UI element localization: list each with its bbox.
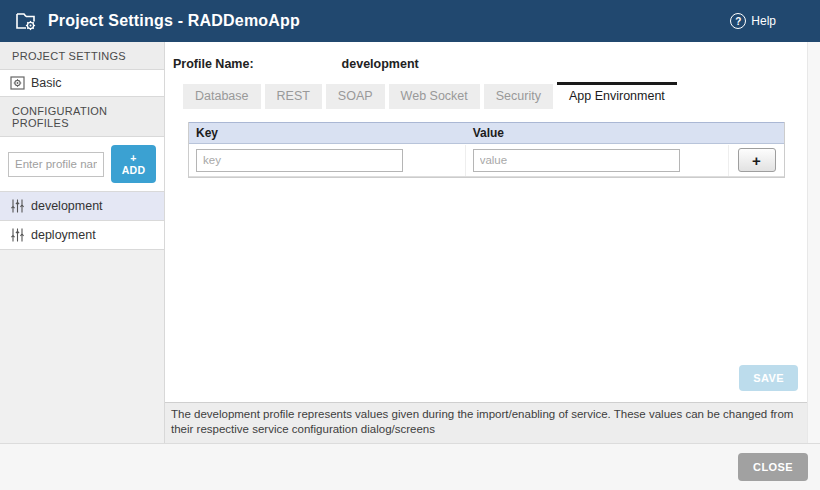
dialog-body: PROJECT SETTINGS Basic CONFIGURATION PR	[0, 42, 820, 443]
project-settings-icon	[14, 10, 38, 32]
panel-edge	[807, 42, 820, 443]
dialog-footer: CLOSE	[0, 443, 820, 490]
basic-settings-icon	[10, 76, 25, 90]
value-cell	[466, 145, 729, 176]
page-title: Project Settings - RADDemoApp	[48, 12, 300, 30]
tab-web-socket[interactable]: Web Socket	[389, 84, 480, 109]
help-button[interactable]: ? Help	[730, 13, 776, 29]
add-profile-button[interactable]: + ADD	[111, 145, 156, 183]
add-profile-row: + ADD	[0, 137, 164, 192]
tab-database[interactable]: Database	[183, 84, 261, 109]
help-label: Help	[751, 14, 776, 28]
tab-soap[interactable]: SOAP	[326, 84, 385, 109]
sliders-icon	[10, 227, 25, 243]
profile-item-development[interactable]: development	[0, 192, 164, 221]
sidebar-item-basic-label: Basic	[31, 76, 62, 90]
profile-name-row: Profile Name: development	[165, 42, 820, 71]
column-header-key: Key	[189, 123, 466, 143]
main-panel: Profile Name: development Database REST …	[165, 42, 820, 443]
settings-tab-bar: Database REST SOAP Web Socket Security A…	[183, 82, 820, 109]
column-header-actions	[729, 123, 784, 143]
tab-security[interactable]: Security	[484, 84, 553, 109]
save-row: SAVE	[165, 365, 820, 391]
app-environment-table: Key Value +	[188, 122, 785, 178]
column-header-value: Value	[466, 123, 729, 143]
help-icon: ?	[730, 13, 746, 29]
table-header-row: Key Value	[189, 122, 784, 144]
value-input[interactable]	[473, 149, 680, 172]
table-row: +	[189, 144, 784, 177]
section-header-configuration-profiles: CONFIGURATION PROFILES	[0, 97, 164, 137]
profile-item-label: deployment	[31, 228, 96, 242]
tab-rest[interactable]: REST	[265, 84, 322, 109]
dialog-header: Project Settings - RADDemoApp ? Help	[0, 0, 820, 42]
add-row-button[interactable]: +	[738, 148, 776, 172]
key-input[interactable]	[196, 149, 403, 172]
sliders-icon	[10, 198, 25, 214]
profile-name-label: Profile Name:	[173, 57, 254, 71]
action-cell: +	[729, 144, 784, 176]
profile-item-label: development	[31, 199, 103, 213]
key-cell	[189, 145, 466, 176]
profile-name-input[interactable]	[8, 152, 104, 177]
profile-name-value: development	[342, 57, 419, 71]
profile-item-deployment[interactable]: deployment	[0, 221, 164, 250]
section-header-project-settings: PROJECT SETTINGS	[0, 42, 164, 70]
sidebar-item-basic[interactable]: Basic	[0, 70, 164, 97]
sidebar: PROJECT SETTINGS Basic CONFIGURATION PR	[0, 42, 165, 443]
close-button[interactable]: CLOSE	[738, 453, 808, 481]
content-spacer	[165, 178, 820, 365]
save-button[interactable]: SAVE	[739, 365, 798, 391]
profile-description-note: The development profile represents value…	[165, 402, 807, 443]
tab-app-environment[interactable]: App Environment	[557, 82, 677, 109]
